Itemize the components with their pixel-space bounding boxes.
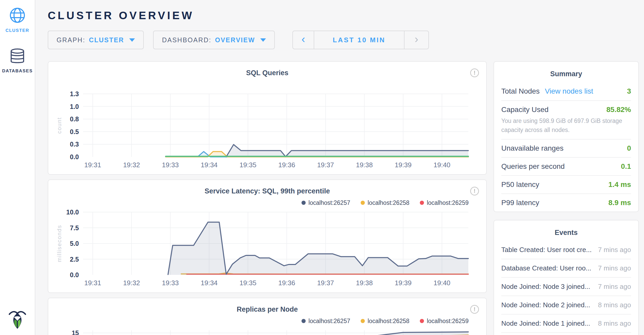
legend-item[interactable]: localhost:26258 xyxy=(361,199,409,206)
main-content: CLUSTER OVERVIEW GRAPH: CLUSTER DASHBOAR… xyxy=(36,9,644,335)
summary-row-value: 0.1 xyxy=(621,162,631,171)
summary-title: Summary xyxy=(501,62,631,82)
capacity-subtext: You are using 598.9 GiB of 697.9 GiB sto… xyxy=(501,116,631,139)
summary-row: Queries per second0.1 xyxy=(501,157,631,175)
summary-row-label: P50 latency xyxy=(501,180,539,189)
service-latency-chart[interactable]: 19:3119:3219:3319:3419:3519:3619:3719:38… xyxy=(54,210,480,288)
chart-legend xyxy=(54,78,480,91)
event-text: Node Joined: Node 3 joined... xyxy=(501,283,590,291)
svg-text:19:33: 19:33 xyxy=(162,161,179,169)
event-row[interactable]: Table Created: User root cre...7 mins ag… xyxy=(501,241,631,259)
svg-text:19:31: 19:31 xyxy=(84,161,101,169)
svg-text:19:34: 19:34 xyxy=(201,279,217,287)
svg-text:19:34: 19:34 xyxy=(201,161,217,169)
events-rows: Table Created: User root cre...7 mins ag… xyxy=(501,241,631,333)
svg-text:19:37: 19:37 xyxy=(317,279,334,287)
svg-text:19:38: 19:38 xyxy=(356,279,373,287)
legend-item[interactable]: localhost:26259 xyxy=(420,318,469,325)
svg-text:19:35: 19:35 xyxy=(239,279,256,287)
view-nodes-list-link[interactable]: View nodes list xyxy=(545,87,593,95)
event-time: 7 mins ago xyxy=(594,283,631,291)
summary-row: Unavailable ranges0 xyxy=(501,139,631,157)
event-text: Table Created: User root cre... xyxy=(501,246,592,254)
svg-text:19:40: 19:40 xyxy=(434,279,450,287)
svg-text:19:38: 19:38 xyxy=(356,161,373,169)
event-text: Node Joined: Node 2 joined... xyxy=(501,301,590,309)
summary-row-value: 3 xyxy=(627,87,631,95)
chart-legend: localhost:26257localhost:26258localhost:… xyxy=(54,196,480,210)
legend-item[interactable]: localhost:26257 xyxy=(302,318,350,325)
svg-text:1.3: 1.3 xyxy=(70,91,79,97)
summary-row: P99 latency8.9 ms xyxy=(501,193,631,212)
event-row[interactable]: Node Joined: Node 3 joined...7 mins ago xyxy=(501,278,631,296)
event-row[interactable]: Node Joined: Node 2 joined...8 mins ago xyxy=(501,296,631,315)
legend-label: localhost:26257 xyxy=(309,199,350,206)
summary-row-value: 85.82% xyxy=(606,106,631,114)
dashboard-dropdown-value: OVERVIEW xyxy=(215,36,255,44)
svg-text:0.3: 0.3 xyxy=(70,141,79,148)
legend-label: localhost:26257 xyxy=(309,318,350,325)
legend-dot-icon xyxy=(361,319,365,323)
sidebar-item-label: DATABASES xyxy=(2,68,33,74)
svg-text:19:33: 19:33 xyxy=(162,279,179,287)
svg-text:19:40: 19:40 xyxy=(434,161,450,169)
info-icon[interactable]: ! xyxy=(470,305,479,314)
page-title: CLUSTER OVERVIEW xyxy=(48,9,639,22)
time-next-button[interactable]: › xyxy=(405,31,428,49)
dashboard-dropdown[interactable]: DASHBOARD: OVERVIEW xyxy=(153,31,275,49)
event-row[interactable]: Node Joined: Node 1 joined...8 mins ago xyxy=(501,315,631,333)
svg-text:0.5: 0.5 xyxy=(70,128,79,135)
svg-text:19:32: 19:32 xyxy=(123,279,140,287)
sidebar-item-cluster[interactable]: CLUSTER xyxy=(5,7,29,33)
svg-text:19:36: 19:36 xyxy=(278,279,295,287)
legend-label: localhost:26259 xyxy=(427,199,469,206)
summary-row-label: P99 latency xyxy=(501,199,539,207)
globe-icon xyxy=(9,7,26,25)
chevron-down-icon xyxy=(260,38,266,42)
sidebar: CLUSTER DATABASES xyxy=(0,0,35,335)
replicas-per-node-chart[interactable]: 19:3119:3219:3319:3419:3519:3619:3719:38… xyxy=(54,328,480,335)
svg-text:5.0: 5.0 xyxy=(70,240,79,247)
svg-text:19:39: 19:39 xyxy=(395,279,412,287)
event-text: Database Created: User roo... xyxy=(501,264,591,272)
cockroachdb-bug-logo xyxy=(8,309,26,330)
summary-row: Capacity Used85.82% xyxy=(501,100,631,118)
svg-text:milliseconds: milliseconds xyxy=(56,225,63,262)
sql-queries-card: SQL Queries ! 19:3119:3219:3319:3419:351… xyxy=(48,61,487,175)
legend-label: localhost:26259 xyxy=(427,318,469,325)
event-time: 8 mins ago xyxy=(594,319,631,327)
chevron-down-icon xyxy=(129,38,135,42)
info-icon[interactable]: ! xyxy=(470,68,479,77)
summary-panel: Summary Total NodesView nodes list3Capac… xyxy=(494,61,639,212)
svg-text:2.5: 2.5 xyxy=(70,256,79,263)
summary-row-value: 8.9 ms xyxy=(608,199,631,207)
events-title: Events xyxy=(501,220,631,241)
service-latency-card: Service Latency: SQL, 99th percentile ! … xyxy=(48,179,487,293)
legend-item[interactable]: localhost:26258 xyxy=(361,318,409,325)
time-prev-button[interactable]: ‹ xyxy=(293,31,314,49)
sidebar-item-label: CLUSTER xyxy=(5,28,29,33)
svg-text:19:32: 19:32 xyxy=(123,161,140,169)
svg-text:count: count xyxy=(56,117,63,134)
chart-legend: localhost:26257localhost:26258localhost:… xyxy=(54,314,480,328)
event-time: 7 mins ago xyxy=(594,246,631,254)
legend-dot-icon xyxy=(361,201,365,205)
legend-dot-icon xyxy=(302,319,306,323)
time-range-label[interactable]: LAST 10 MIN xyxy=(314,31,405,49)
summary-row-label: Capacity Used xyxy=(501,106,549,114)
time-range-selector: ‹ LAST 10 MIN › xyxy=(292,31,429,49)
sql-queries-chart[interactable]: 19:3119:3219:3319:3419:3519:3619:3719:38… xyxy=(54,91,480,170)
event-time: 7 mins ago xyxy=(594,264,631,272)
sidebar-item-databases[interactable]: DATABASES xyxy=(2,48,33,74)
legend-dot-icon xyxy=(302,201,306,205)
graph-dropdown-value: CLUSTER xyxy=(89,36,124,44)
graph-dropdown[interactable]: GRAPH: CLUSTER xyxy=(48,31,144,49)
svg-text:1.0: 1.0 xyxy=(70,103,79,110)
summary-row-value: 0 xyxy=(627,144,631,152)
event-row[interactable]: Database Created: User roo...7 mins ago xyxy=(501,259,631,278)
summary-row-value: 1.4 ms xyxy=(608,180,631,189)
info-icon[interactable]: ! xyxy=(470,187,479,196)
legend-item[interactable]: localhost:26259 xyxy=(420,199,469,206)
svg-text:0.8: 0.8 xyxy=(70,115,79,123)
legend-item[interactable]: localhost:26257 xyxy=(302,199,350,206)
